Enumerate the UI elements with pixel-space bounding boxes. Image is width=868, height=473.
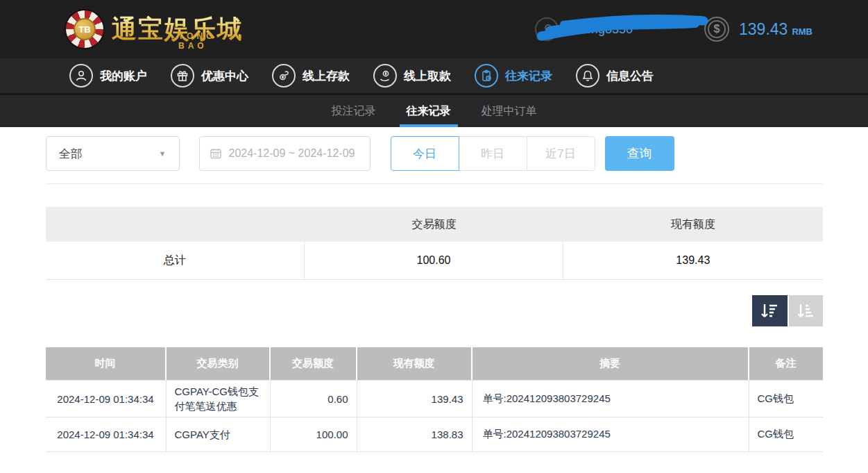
sort-descending-button[interactable] — [752, 295, 788, 326]
username-wrap: cheng8350 — [567, 14, 671, 44]
cell-amount: 100.00 — [271, 417, 357, 451]
records-header-row: 时间 交易类别 交易额度 现有额度 摘要 备注 — [46, 347, 823, 380]
cell-remark: CG钱包 — [749, 417, 823, 451]
cell-balance: 139.43 — [357, 381, 473, 417]
balance-amount: 139.43 — [739, 20, 788, 39]
records-icon — [475, 64, 498, 88]
cell-type: CGPAY支付 — [167, 417, 271, 451]
account-area: cheng8350 $ 139.43 RMB — [535, 0, 812, 58]
cell-type: CGPAY-CG钱包支付笔笔送优惠 — [167, 381, 271, 417]
nav-item-transaction-records[interactable]: 往来记录 — [475, 64, 552, 88]
deposit-icon — [272, 64, 296, 88]
chip-label: TB — [74, 18, 96, 40]
table-row: 2024-12-09 01:34:34 CGPAY支付 100.00 138.8… — [46, 417, 823, 451]
content-area: 全部 ▼ 2024-12-09 ~ 2024-12-09 今日 昨日 近7日 查… — [46, 136, 823, 452]
summary-current-total: 139.43 — [563, 242, 822, 279]
quick-btn-today[interactable]: 今日 — [391, 136, 459, 171]
records-table: 时间 交易类别 交易额度 现有额度 摘要 备注 2024-12-09 01:34… — [46, 347, 823, 452]
summary-header-empty — [46, 207, 305, 242]
nav-item-my-account[interactable]: 我的账户 — [69, 64, 147, 88]
summary-transaction-total: 100.60 — [305, 242, 563, 279]
active-tab-underline — [400, 124, 458, 127]
summary-total-label: 总计 — [46, 242, 305, 279]
cell-balance: 138.83 — [357, 417, 473, 451]
col-header-amount: 交易额度 — [271, 347, 357, 380]
quick-btn-yesterday[interactable]: 昨日 — [459, 136, 527, 171]
withdraw-icon — [373, 64, 397, 88]
filter-separator — [46, 183, 823, 184]
tab-bet-records[interactable]: 投注记录 — [316, 95, 391, 127]
col-header-time: 时间 — [46, 347, 167, 380]
user-icon — [69, 64, 93, 88]
balance-dollar-icon: $ — [704, 17, 729, 42]
summary-header-row: 交易额度 现有额度 — [46, 207, 823, 242]
nav-item-withdraw[interactable]: 线上取款 — [373, 64, 451, 88]
sort-ascending-icon — [796, 302, 815, 320]
poker-chip-icon: TB — [66, 10, 103, 48]
nav-item-promotions[interactable]: 优惠中心 — [171, 64, 248, 88]
gift-icon — [171, 64, 194, 88]
sort-ascending-button[interactable] — [789, 295, 823, 326]
quick-btn-last7days[interactable]: 近7日 — [527, 136, 595, 171]
quick-date-group: 今日 昨日 近7日 — [391, 136, 595, 171]
cell-amount: 0.60 — [271, 381, 357, 417]
summary-table: 交易额度 现有额度 总计 100.60 139.43 — [46, 207, 823, 280]
balance-currency: RMB — [792, 26, 812, 37]
sort-descending-icon — [760, 302, 779, 320]
cell-time: 2024-12-09 01:34:34 — [46, 417, 167, 451]
cell-time: 2024-12-09 01:34:34 — [46, 381, 167, 417]
cell-summary: 单号:202412093803729245 — [473, 417, 749, 451]
cell-summary: 单号:202412093803729245 — [473, 381, 749, 417]
top-bar: TB 通宝娱乐城 TONG BAO cheng8350 $ 139.43 RMB — [0, 0, 868, 58]
date-range-input[interactable]: 2024-12-09 ~ 2024-12-09 — [199, 136, 371, 171]
filter-row: 全部 ▼ 2024-12-09 ~ 2024-12-09 今日 昨日 近7日 查… — [46, 136, 823, 171]
summary-header-current: 现有额度 — [563, 207, 822, 242]
calendar-icon — [210, 147, 222, 160]
brand-logo[interactable]: TB 通宝娱乐城 TONG BAO — [66, 10, 244, 48]
col-header-balance: 现有额度 — [357, 347, 473, 380]
avatar-icon — [535, 17, 559, 41]
announcement-icon — [576, 64, 599, 88]
logo-subtitle: TONG BAO — [178, 31, 244, 51]
col-header-summary: 摘要 — [473, 347, 749, 380]
table-row: 2024-12-09 01:34:34 CGPAY-CG钱包支付笔笔送优惠 0.… — [46, 380, 823, 417]
nav-item-deposit[interactable]: 线上存款 — [272, 64, 350, 88]
summary-total-row: 总计 100.60 139.43 — [46, 242, 823, 280]
logo-text: 通宝娱乐城 TONG BAO — [112, 13, 244, 47]
nav-item-announcements[interactable]: 信息公告 — [576, 64, 654, 88]
main-nav: 我的账户 优惠中心 线上存款 线上取款 — [0, 58, 868, 93]
sort-controls — [46, 295, 823, 326]
type-select[interactable]: 全部 ▼ — [46, 136, 180, 171]
col-header-type: 交易类别 — [167, 347, 271, 380]
col-header-remark: 备注 — [749, 347, 823, 380]
sub-nav: 投注记录 往来记录 处理中订单 — [0, 95, 868, 127]
search-button[interactable]: 查询 — [605, 136, 674, 171]
chevron-down-icon: ▼ — [159, 149, 167, 158]
username-text: cheng8350 — [571, 22, 633, 37]
summary-header-transaction: 交易额度 — [305, 207, 563, 242]
tab-transaction-records[interactable]: 往来记录 — [391, 95, 466, 127]
tab-processing-orders[interactable]: 处理中订单 — [466, 95, 552, 127]
cell-remark: CG钱包 — [749, 381, 823, 417]
